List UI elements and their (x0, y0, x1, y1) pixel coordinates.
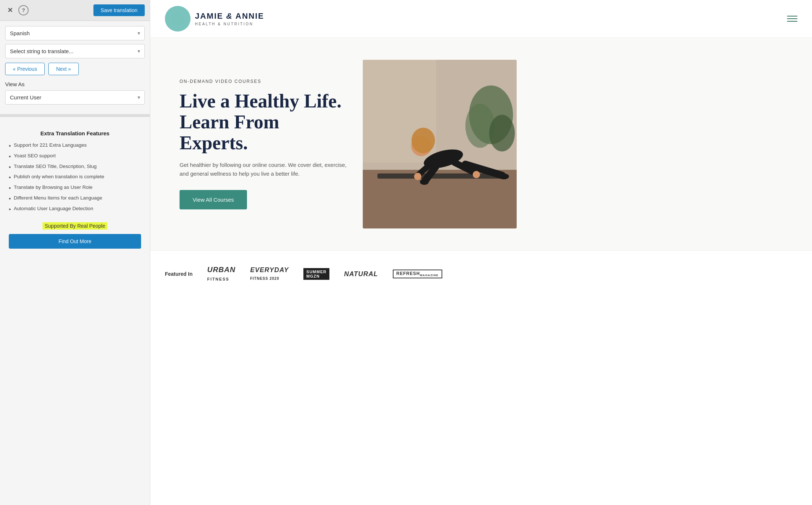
view-all-courses-button[interactable]: View All Courses (180, 190, 247, 209)
site-nav: JAMIE & ANNIE HEALTH & NUTRITION (150, 0, 812, 38)
features-list: Support for 221 Extra Languages Yoast SE… (9, 142, 141, 213)
svg-point-6 (489, 115, 515, 151)
hamburger-line (787, 18, 797, 19)
logo-circle (165, 6, 191, 32)
nav-buttons: « Previous Next » (5, 63, 145, 75)
brand-everyday-fitness: Everydayfitness 2020 (250, 266, 289, 282)
brand-urban-fitness: UrbanFITNESS (207, 266, 235, 282)
svg-rect-7 (377, 173, 502, 179)
logo-icon (170, 11, 185, 26)
brand-refresh: REFRESHMAGAZINE (393, 270, 442, 278)
brand-summer-mgzn: SUMMERMGZN (303, 268, 329, 280)
next-button[interactable]: Next » (48, 63, 78, 75)
hamburger-line (787, 16, 797, 17)
help-icon[interactable]: ? (18, 5, 29, 15)
feature-item: Automatic User Language Detection (9, 206, 141, 213)
svg-point-18 (499, 173, 509, 179)
language-select[interactable]: Spanish French German (5, 26, 145, 40)
close-icon[interactable]: ✕ (5, 6, 15, 15)
string-select-wrapper: Select string to translate... ▼ (5, 44, 145, 58)
hero-section: ON-DEMAND VIDEO COURSES Live a Healthy L… (150, 38, 812, 250)
main-content: JAMIE & ANNIE HEALTH & NUTRITION ON-DEMA… (150, 0, 812, 505)
featured-in-label: Featured In (165, 271, 192, 277)
hero-label: ON-DEMAND VIDEO COURSES (180, 79, 348, 84)
logo-text: JAMIE & ANNIE HEALTH & NUTRITION (195, 11, 264, 26)
view-as-select[interactable]: Current User Administrator Subscriber (5, 90, 145, 105)
svg-point-15 (414, 173, 421, 180)
view-as-label: View As (5, 81, 145, 87)
feature-item: Translate SEO Title, Description, Slug (9, 164, 141, 171)
hero-description: Get healthier by following our online co… (180, 161, 348, 178)
svg-point-10 (411, 128, 435, 153)
translation-sidebar: ✕ ? Save translation Spanish French Germ… (0, 0, 150, 505)
featured-section: Featured In UrbanFITNESS Everydayfitness… (150, 250, 812, 297)
find-out-more-button[interactable]: Find Out More (9, 234, 141, 249)
prev-button[interactable]: « Previous (5, 63, 45, 75)
hero-headline: Live a Healthy Life. Learn From Experts. (180, 91, 348, 154)
brand-natural: natural (344, 270, 378, 278)
svg-point-0 (171, 12, 184, 25)
svg-point-16 (473, 171, 480, 178)
sidebar-controls: Spanish French German ▼ Select string to… (0, 21, 150, 108)
extra-features-title: Extra Translation Features (9, 130, 141, 136)
svg-point-17 (420, 179, 429, 185)
brand-main-text: JAMIE & ANNIE (195, 11, 264, 22)
hamburger-menu[interactable] (787, 16, 797, 22)
feature-item: Support for 221 Extra Languages (9, 142, 141, 150)
save-translation-button[interactable]: Save translation (93, 4, 145, 16)
site-logo: JAMIE & ANNIE HEALTH & NUTRITION (165, 6, 264, 32)
feature-item: Publish only when translation is complet… (9, 174, 141, 182)
feature-item: Different Menu Items for each Language (9, 195, 141, 203)
brand-sub-text: HEALTH & NUTRITION (195, 22, 264, 26)
feature-item: Yoast SEO support (9, 153, 141, 161)
feature-item: Translate by Browsing as User Role (9, 184, 141, 192)
sidebar-divider (0, 114, 150, 117)
hamburger-line (787, 21, 797, 22)
hero-image (363, 60, 517, 228)
sidebar-top-bar: ✕ ? Save translation (0, 0, 150, 21)
supported-highlight: Supported By Real People (43, 222, 107, 230)
brands-row: UrbanFITNESS Everydayfitness 2020 SUMMER… (207, 266, 442, 282)
hero-text: ON-DEMAND VIDEO COURSES Live a Healthy L… (180, 79, 348, 210)
hero-image-svg (363, 60, 517, 228)
extra-features-box: Extra Translation Features Support for 2… (0, 123, 150, 256)
string-select[interactable]: Select string to translate... (5, 44, 145, 58)
language-select-wrapper: Spanish French German ▼ (5, 26, 145, 40)
view-as-select-wrapper: Current User Administrator Subscriber ▼ (5, 90, 145, 105)
